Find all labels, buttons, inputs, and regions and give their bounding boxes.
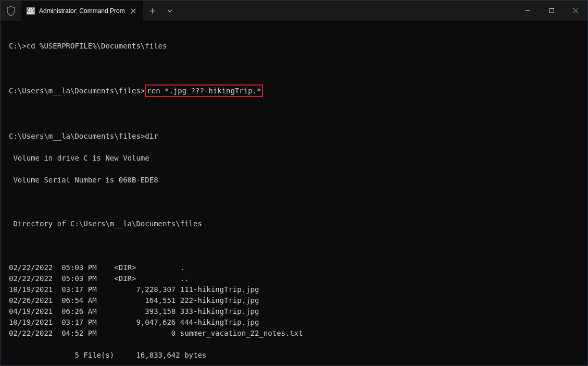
prompt: C:\Users\m__la\Documents\files> [9,132,145,140]
new-tab-button[interactable] [143,1,162,21]
title-bar: C:\ Administrator: Command Prom [1,1,587,21]
dir-row: 10/19/2021 03:17 PM 7,228,307 111-hiking… [9,284,579,295]
dir-row: 04/19/2021 06:26 AM 393,158 333-hikingTr… [9,306,579,317]
output-line: Volume Serial Number is 060B-EDE8 [9,175,579,186]
shield-icon [1,1,21,21]
command-text: cd %USERPROFILE%\Documents\files [27,42,167,50]
dir-row: 02/26/2021 06:54 AM 164,551 222-hikingTr… [9,295,579,306]
output-line: 5 File(s) 16,833,642 bytes [9,350,579,361]
dir-row: 10/19/2021 03:17 PM 9,047,626 444-hiking… [9,317,579,328]
tab-title: Administrator: Command Prom [39,7,125,15]
highlighted-command: ren *.jpg ???-hikingTrip.* [145,84,263,97]
output-line: Volume in drive C is New Volume [9,153,579,164]
titlebar-drag-area[interactable] [178,1,516,21]
close-window-button[interactable] [564,1,587,21]
cmd-icon: C:\ [27,7,35,15]
dir-row: 02/22/2022 04:52 PM 0 summer_vacation_22… [9,328,579,339]
tab-active[interactable]: C:\ Administrator: Command Prom [21,1,143,21]
dir-row: 02/22/2022 05:03 PM <DIR> . [9,262,579,273]
minimize-button[interactable] [516,1,540,21]
svg-rect-0 [549,9,554,13]
prompt: C:\Users\m__la\Documents\files> [9,87,145,95]
dir-row: 02/22/2022 05:03 PM <DIR> .. [9,273,579,284]
prompt: C:\> [9,42,27,50]
tab-dropdown-button[interactable] [162,1,178,21]
output-line: Directory of C:\Users\m__la\Documents\fi… [9,218,579,229]
command-text: dir [145,132,158,140]
close-tab-button[interactable] [129,7,137,15]
maximize-button[interactable] [540,1,564,21]
terminal-output[interactable]: C:\>cd %USERPROFILE%\Documents\files C:\… [1,21,587,366]
